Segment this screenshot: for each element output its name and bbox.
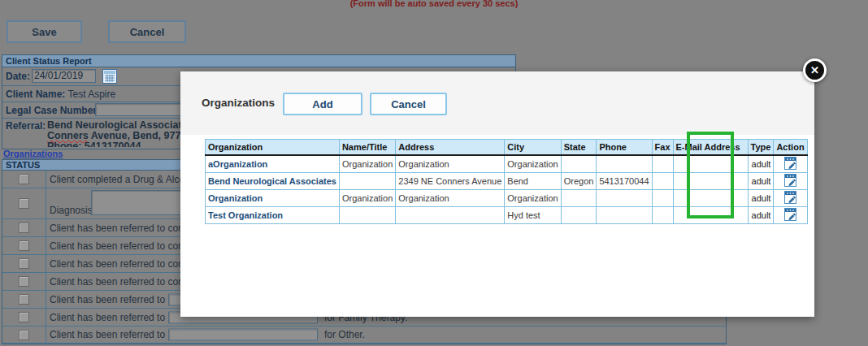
column-header: Fax: [652, 140, 673, 156]
cell-state: Oregon: [561, 173, 597, 190]
save-button[interactable]: Save: [7, 20, 82, 43]
cell-phone: [597, 155, 652, 173]
organization-row: Organization Organization Organization O…: [206, 190, 808, 207]
status-checkbox-cell: [2, 219, 46, 236]
cell-address: Organization: [396, 190, 505, 207]
column-header: Phone: [597, 140, 652, 156]
status-checkbox-cell: [2, 327, 46, 343]
dialog-title: Organizations: [202, 97, 275, 109]
cell-fax: [652, 155, 673, 173]
status-row: Client has been referred to for Other.: [2, 327, 726, 344]
cell-email: [673, 173, 748, 190]
status-checkbox-cell: [2, 255, 46, 272]
status-label: Client has been referred to: [50, 294, 165, 305]
status-label: Client has been referred to comme: [50, 276, 200, 288]
organization-row: Bend Neurological Associates 2349 NE Con…: [206, 173, 808, 190]
client-name-value: Test Aspire: [67, 89, 115, 100]
column-header: City: [505, 140, 561, 156]
cell-fax: [652, 207, 673, 224]
status-checkbox[interactable]: [19, 240, 29, 251]
cancel-button[interactable]: Cancel: [108, 20, 186, 43]
organizations-link[interactable]: Organizations: [3, 149, 63, 158]
cell-city: Organization: [505, 155, 561, 173]
cell-address: [396, 207, 505, 224]
autosave-note: (Form will be auto saved every 30 secs): [0, 0, 868, 8]
column-header: State: [561, 140, 597, 156]
column-header: Name/Title: [339, 140, 395, 156]
status-suffix: for Other.: [324, 329, 365, 340]
cell-name-title: [339, 173, 395, 190]
cell-address: 2349 NE Conners Avenue: [396, 173, 505, 190]
column-header: E-Mail Address: [673, 140, 748, 156]
legal-case-label: Legal Case Number:: [6, 105, 100, 116]
edit-icon[interactable]: [784, 191, 796, 205]
cell-address: Organization: [396, 155, 505, 173]
status-checkbox-cell: [2, 273, 46, 290]
client-name-label: Client Name:: [6, 89, 65, 100]
column-header: Address: [396, 140, 505, 156]
status-checkbox-cell: [2, 171, 46, 188]
cell-city: Bend: [505, 173, 561, 190]
status-checkbox[interactable]: [19, 174, 29, 184]
cell-action: [774, 173, 807, 190]
cell-type: adult: [748, 173, 774, 190]
edit-icon[interactable]: [784, 208, 796, 223]
status-label: Client has been referred to: [50, 329, 165, 340]
panel-title: Client Status Report: [2, 55, 515, 67]
status-label: Client completed a Drug & Alcohol: [50, 174, 197, 185]
organization-row: Test Organization Hyd test adult: [206, 207, 808, 224]
cell-type: adult: [748, 190, 774, 207]
organization-row: aOrganization Organization Organization …: [206, 155, 808, 173]
edit-icon[interactable]: [784, 157, 796, 171]
cell-action: [774, 155, 807, 173]
cell-action: [774, 190, 807, 207]
status-label: Client has been referred to comme: [50, 258, 200, 270]
cell-type: adult: [748, 207, 774, 224]
status-label: Client has been referred to comme: [50, 240, 200, 252]
misspelled-word: Conners: [47, 130, 89, 141]
calendar-icon[interactable]: [102, 69, 117, 84]
cell-fax: [652, 173, 673, 190]
cell-state: [561, 155, 597, 173]
cell-state: [561, 207, 597, 224]
cell-action: [774, 207, 807, 224]
status-checkbox[interactable]: [19, 294, 29, 305]
cell-city: Organization: [505, 190, 561, 207]
status-checkbox[interactable]: [19, 312, 29, 322]
status-checkbox[interactable]: [19, 223, 29, 233]
table-header-row: OrganizationName/TitleAddressCityStatePh…: [206, 140, 808, 156]
date-input[interactable]: 24/01/2019: [32, 69, 96, 83]
cell-type: adult: [748, 155, 774, 173]
status-checkbox[interactable]: [19, 258, 29, 269]
dialog-cancel-button[interactable]: Cancel: [370, 93, 447, 115]
close-icon[interactable]: ✕: [803, 58, 827, 82]
organizations-table: OrganizationName/TitleAddressCityStatePh…: [205, 139, 808, 224]
cell-phone: [597, 207, 652, 224]
add-button[interactable]: Add: [283, 93, 362, 115]
cell-organization: Bend Neurological Associates: [206, 173, 340, 190]
column-header: Type: [748, 140, 774, 156]
edit-icon[interactable]: [784, 174, 796, 188]
dialog-header-band: [180, 71, 814, 135]
cell-organization: aOrganization: [206, 155, 340, 173]
cell-name-title: [339, 207, 395, 224]
cell-email: [673, 190, 748, 207]
cell-name-title: Organization: [339, 190, 395, 207]
status-checkbox[interactable]: [19, 198, 29, 209]
cell-phone: 5413170044: [597, 173, 652, 190]
cell-organization: Test Organization: [206, 207, 340, 224]
cell-fax: [652, 190, 673, 207]
status-content: Client has been referred to for Other.: [46, 327, 726, 343]
status-label: Client has been referred to: [50, 312, 165, 323]
organizations-table-body: aOrganization Organization Organization …: [206, 155, 808, 224]
status-checkbox-cell: [2, 309, 46, 326]
cell-email: [673, 207, 748, 224]
cell-email: [673, 155, 748, 173]
status-checkbox-cell: [2, 237, 46, 254]
status-checkbox[interactable]: [19, 330, 29, 340]
status-checkbox[interactable]: [19, 276, 29, 287]
cell-city: Hyd test: [505, 207, 561, 224]
organizations-dialog: Organizations Add Cancel OrganizationNam…: [180, 71, 814, 317]
status-text-input[interactable]: [168, 329, 318, 341]
cell-name-title: Organization: [339, 155, 395, 173]
